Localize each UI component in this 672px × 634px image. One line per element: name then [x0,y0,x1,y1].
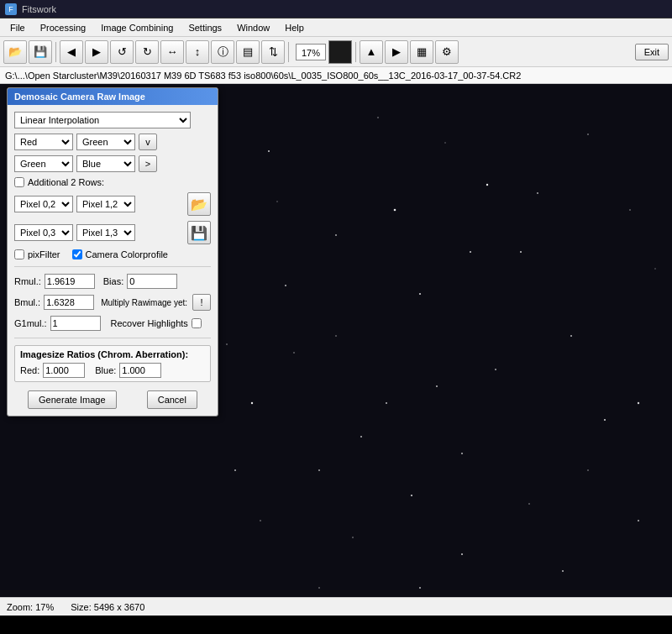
svg-point-38 [226,343,228,345]
svg-point-1 [268,150,270,152]
camera-colorprofile-label[interactable]: Camera Colorprofile [86,249,168,259]
pixel-0-2-select[interactable]: Pixel 0,2 Pixel 0,0 [14,196,73,212]
statusbar: Zoom: 17% Size: 5496 x 3670 [0,597,672,616]
bias-input[interactable]: 0 [127,274,177,289]
g1mul-recover-row: G1mul.: Recover Highlights [14,316,211,331]
pix-filter-label[interactable]: pixFilter [28,249,60,259]
channel-right-1-select[interactable]: Green Blue Red [76,134,135,150]
pixel-1-3-select[interactable]: Pixel 1,3 Pixel 1,1 [76,224,135,241]
additional-rows-label[interactable]: Additional 2 Rows: [28,177,104,187]
bmul-input[interactable] [44,295,94,310]
svg-point-34 [360,436,362,438]
cancel-button[interactable]: Cancel [147,390,197,409]
rotate-right-button[interactable]: ↻ [135,40,159,64]
interpolation-row: Linear Interpolation Bilinear VNG PPG AH… [14,112,211,128]
svg-point-13 [461,453,463,454]
camera-colorprofile-checkbox[interactable] [72,249,82,259]
svg-point-7 [335,234,337,236]
menu-help[interactable]: Help [278,21,311,34]
multiply-btn[interactable]: ! [192,294,211,311]
svg-point-18 [352,537,354,538]
toolbar: 📂 💾 ◀ ▶ ↺ ↻ ↔ ↕ ⓘ ▤ ⇅ 17% ▲ ▶ ▦ ⚙ Exit [0,37,672,67]
svg-point-10 [570,335,572,337]
prev-button[interactable]: ◀ [60,40,83,64]
flip-h-button[interactable]: ↔ [160,40,184,64]
save-file-button[interactable]: 💾 [187,221,211,244]
svg-point-12 [386,402,387,404]
rmul-input[interactable]: 1.9619 [45,274,95,289]
save-button[interactable]: 💾 [29,40,52,64]
channel-2-arrow-btn[interactable]: > [139,155,157,172]
toolbar-sep-3 [355,42,356,62]
rotate-left-button[interactable]: ↺ [110,40,134,64]
svg-point-37 [234,469,236,471]
multiply-label: Multiply Rawimage yet: [101,298,187,307]
svg-point-28 [285,285,286,286]
interpolation-select[interactable]: Linear Interpolation Bilinear VNG PPG AH… [14,112,191,128]
filter-colorprofile-row: pixFilter Camera Colorprofile [14,249,211,259]
svg-point-11 [654,268,655,269]
menu-window[interactable]: Window [230,21,276,34]
channel-1-arrow-btn[interactable]: v [139,134,157,150]
svg-point-3 [486,184,488,186]
demosaic-dialog: Demosaic Camera Raw Image Linear Interpo… [7,87,218,417]
zoom-status: Zoom: 17% [7,602,54,612]
exit-button[interactable]: Exit [635,44,669,60]
menu-file[interactable]: File [3,21,32,34]
next-button[interactable]: ▶ [85,40,108,64]
svg-point-24 [394,209,396,212]
svg-point-16 [318,469,320,471]
channel-left-2-select[interactable]: Green Red Blue [14,155,73,172]
bmul-multiply-row: Bmul.: Multiply Rawimage yet: ! [14,294,211,311]
menu-processing[interactable]: Processing [34,21,92,34]
app-icon: F [5,3,17,15]
size-status: Size: 5496 x 3670 [71,602,144,612]
channel-left-1-select[interactable]: Red Green Blue [14,134,73,150]
svg-point-5 [520,251,522,253]
menu-image-combining[interactable]: Image Combining [94,21,180,34]
svg-point-22 [260,520,261,521]
red-ratio-input[interactable] [43,363,85,378]
divider-1 [14,266,211,267]
generate-image-button[interactable]: Generate Image [28,390,117,409]
additional-rows-checkbox[interactable] [14,177,24,187]
pixel-0-3-select[interactable]: Pixel 0,3 Pixel 0,1 [14,224,73,241]
info-button[interactable]: ⓘ [211,40,234,64]
save-file-buttons: 💾 [187,221,211,244]
svg-point-14 [528,503,530,505]
color-preview [328,40,352,64]
dialog-titlebar: Demosaic Camera Raw Image [8,88,218,105]
load-file-button[interactable]: 📂 [187,192,211,216]
stretch-button[interactable]: ⇅ [261,40,285,64]
display-btn-4[interactable]: ⚙ [435,40,459,64]
imagesize-section: Imagesize Ratios (Chrom. Aberration): Re… [14,345,211,382]
blue-ratio-input[interactable] [119,363,161,378]
svg-point-15 [604,419,606,421]
g1mul-input[interactable] [50,316,101,331]
pixel-1-2-select[interactable]: Pixel 1,2 Pixel 1,0 [76,196,135,212]
file-buttons: 📂 [187,192,211,216]
rmul-bias-row: Rmul.: 1.9619 Bias: 0 [14,274,211,289]
svg-point-33 [318,587,320,589]
open-button[interactable]: 📂 [3,40,27,64]
svg-point-31 [537,192,538,194]
display-btn-1[interactable]: ▲ [360,40,383,64]
svg-point-4 [587,134,589,135]
display-btn-3[interactable]: ▦ [410,40,433,64]
pathbar: G:\...\Open Starcluster\M39\20160317 M39… [0,67,672,84]
menu-settings[interactable]: Settings [181,21,228,34]
channel-right-2-select[interactable]: Blue Green Red [76,155,135,172]
flip-v-button[interactable]: ↕ [186,40,209,64]
svg-point-23 [495,369,496,370]
blue-ratio-label: Blue: [95,365,116,375]
svg-point-29 [335,335,337,337]
toolbar-sep-1 [55,42,56,62]
histogram-button[interactable]: ▤ [236,40,260,64]
divider-2 [14,338,211,338]
svg-point-9 [293,352,295,354]
pix-filter-checkbox[interactable] [14,249,24,259]
svg-point-8 [419,293,421,295]
display-btn-2[interactable]: ▶ [385,40,408,64]
zoom-control: 17% [296,40,352,64]
recover-highlights-checkbox[interactable] [192,318,202,328]
